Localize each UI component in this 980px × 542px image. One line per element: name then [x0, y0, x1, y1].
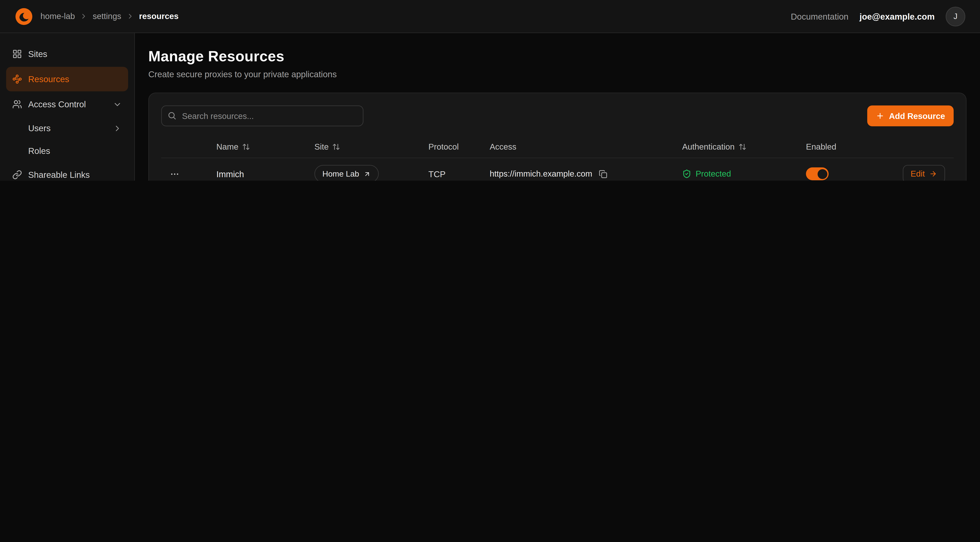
main-content: Manage Resources Create secure proxies t… [135, 33, 980, 181]
sidebar-item-users[interactable]: Users [6, 117, 128, 139]
sidebar-item-label: Roles [28, 146, 50, 156]
column-header-name[interactable]: Name [216, 142, 314, 151]
chevron-right-icon [113, 124, 122, 133]
user-email: joe@example.com [859, 11, 935, 21]
pangolin-logo-icon [15, 7, 33, 26]
resources-waypoints-icon [12, 74, 22, 84]
resources-table: Name Site Protocol Access Authentication [161, 136, 954, 181]
resource-protocol: TCP [428, 169, 490, 179]
topbar: home-lab settings resources Documentatio… [0, 0, 980, 33]
resources-card: Add Resource Name Site P [148, 92, 967, 181]
auth-status: Protected [682, 169, 806, 179]
column-header-protocol: Protocol [428, 142, 490, 151]
sidebar-item-resources[interactable]: Resources [6, 67, 128, 91]
page-title: Manage Resources [148, 48, 967, 65]
column-header-enabled: Enabled [806, 142, 892, 151]
sidebar-item-sites[interactable]: Sites [6, 42, 128, 66]
page-subtitle: Create secure proxies to your private ap… [148, 69, 967, 79]
sort-icon [738, 143, 746, 151]
edit-label: Edit [910, 169, 925, 179]
column-header-access: Access [490, 142, 682, 151]
table-header-row: Name Site Protocol Access Authentication [161, 136, 954, 158]
column-header-authentication[interactable]: Authentication [682, 142, 806, 151]
sidebar-item-roles[interactable]: Roles [6, 140, 128, 162]
add-resource-label: Add Resource [889, 112, 945, 121]
arrow-right-icon [929, 170, 937, 178]
sort-icon [332, 143, 340, 151]
edit-button[interactable]: Edit [902, 165, 945, 181]
arrow-up-right-icon [363, 170, 371, 178]
sidebar-nav: Sites Resources Access Control Users [6, 42, 128, 181]
ellipsis-icon [170, 169, 180, 179]
breadcrumb-item-current: resources [139, 12, 178, 21]
sidebar-item-label: Shareable Links [28, 170, 90, 180]
sidebar-item-shareable-links[interactable]: Shareable Links [6, 163, 128, 181]
search-input[interactable] [161, 105, 363, 126]
documentation-link[interactable]: Documentation [791, 11, 849, 21]
search-box [161, 105, 363, 126]
enabled-toggle[interactable] [806, 167, 829, 180]
sites-grid-icon [12, 49, 22, 59]
add-resource-button[interactable]: Add Resource [867, 105, 954, 126]
sidebar-item-label: Resources [28, 74, 69, 84]
resource-name: Immich [216, 169, 314, 179]
row-menu-button[interactable] [167, 167, 182, 181]
breadcrumb-separator-icon [80, 12, 88, 20]
resource-access: https://immich.example.com [490, 169, 592, 179]
shield-check-icon [682, 169, 691, 179]
copy-button[interactable] [598, 168, 609, 179]
site-name: Home Lab [322, 169, 359, 179]
user-avatar[interactable]: J [946, 6, 965, 26]
breadcrumb-separator-icon [126, 12, 134, 20]
copy-icon [599, 170, 608, 178]
breadcrumb-item-org[interactable]: home-lab [40, 12, 75, 21]
sort-icon [242, 143, 250, 151]
sidebar-item-label: Access Control [28, 99, 86, 109]
breadcrumb: home-lab settings resources [40, 12, 178, 21]
column-header-site[interactable]: Site [314, 142, 428, 151]
table-toolbar: Add Resource [161, 105, 954, 126]
table-row: Immich Home Lab TCP https://immich.examp… [161, 158, 954, 181]
toggle-knob [818, 169, 827, 179]
sidebar-item-label: Sites [28, 49, 47, 59]
link-icon [12, 170, 22, 180]
sidebar-item-label: Users [28, 123, 51, 133]
app: home-lab settings resources Documentatio… [0, 0, 980, 181]
sidebar: Sites Resources Access Control Users [0, 33, 135, 181]
users-icon [12, 99, 22, 109]
search-icon [167, 111, 177, 120]
sidebar-item-access-control[interactable]: Access Control [6, 92, 128, 116]
topbar-right: Documentation joe@example.com J [791, 6, 965, 26]
app-logo[interactable] [15, 7, 33, 26]
avatar-initial: J [953, 12, 958, 21]
breadcrumb-item-settings[interactable]: settings [93, 12, 121, 21]
site-link[interactable]: Home Lab [314, 165, 379, 181]
plus-icon [876, 112, 885, 120]
auth-label: Protected [695, 169, 731, 179]
chevron-down-icon [113, 100, 122, 109]
